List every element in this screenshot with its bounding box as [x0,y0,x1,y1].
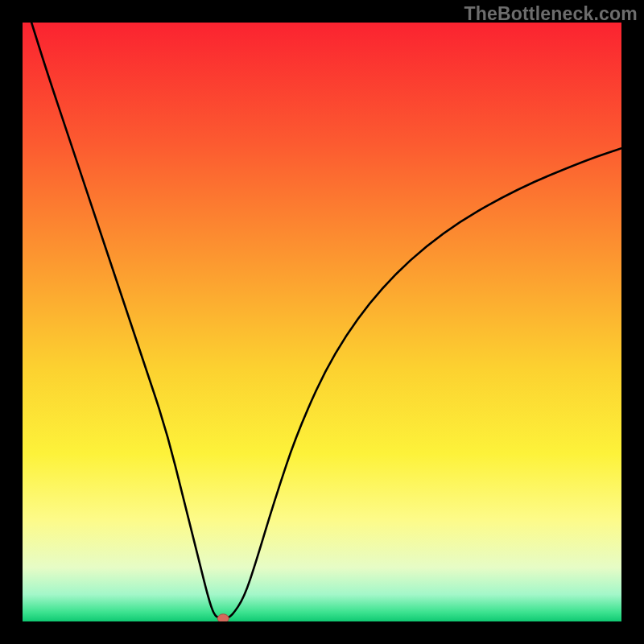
watermark-text: TheBottleneck.com [464,3,638,25]
chart-svg [23,23,621,621]
plot-area [23,23,621,621]
chart-frame: TheBottleneck.com [0,0,644,644]
gradient-background [23,23,621,621]
minimum-marker [217,614,229,621]
